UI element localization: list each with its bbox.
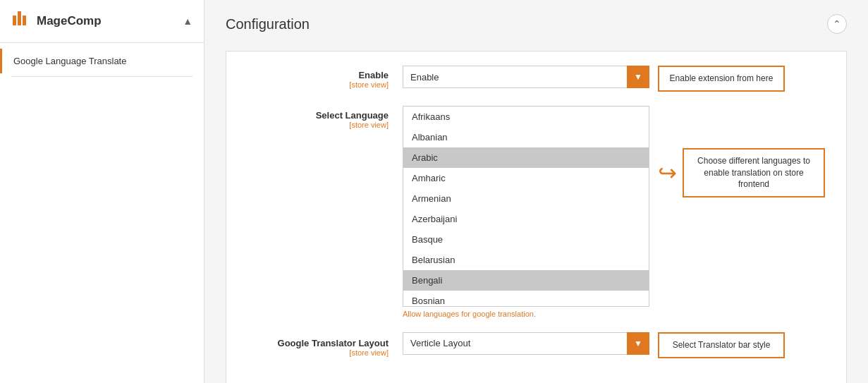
enable-label-col: Enable [store view]	[247, 66, 403, 89]
enable-label: Enable	[247, 70, 389, 80]
sidebar-item-label: Google Language Translate	[13, 56, 126, 66]
svg-rect-1	[18, 11, 21, 25]
lang-belarusian[interactable]: Belarusian	[403, 250, 649, 270]
lang-afrikaans[interactable]: Afrikaans	[403, 107, 649, 127]
lang-arabic[interactable]: Arabic	[403, 147, 649, 168]
translator-select-wrapper: Verticle Layout ▼	[403, 332, 649, 355]
chevron-up-icon: ⌃	[833, 18, 841, 30]
enable-select[interactable]: Enable	[403, 66, 649, 88]
translator-callout-box: Select Translator bar style	[658, 332, 785, 358]
sidebar-item-google-language-translate[interactable]: Google Language Translate	[0, 49, 204, 73]
translator-callout-container: Select Translator bar style	[658, 332, 785, 358]
enable-select-wrapper: Enable ▼	[403, 66, 649, 88]
logo-text: MageComp	[37, 14, 102, 28]
language-callout-box: Choose different languages to enable tra…	[683, 148, 825, 197]
lang-bosnian[interactable]: Bosnian	[403, 291, 649, 307]
translator-layout-row: Google Translator Layout [store view] Ve…	[247, 332, 825, 358]
page-header: Configuration ⌃	[226, 14, 847, 34]
language-label: Select Language	[247, 110, 389, 121]
enable-callout-container: Enable extension from here	[658, 66, 785, 92]
translator-layout-select[interactable]: Verticle Layout	[403, 332, 649, 355]
translator-control-col: Verticle Layout ▼ Select Translator bar …	[403, 332, 825, 358]
enable-callout-box: Enable extension from here	[658, 66, 785, 92]
page-collapse-button[interactable]: ⌃	[827, 14, 847, 34]
language-control-col: AfrikaansAlbanianArabicAmharicArmenianAz…	[403, 106, 825, 318]
translator-sublabel: [store view]	[247, 348, 389, 357]
language-list-col: AfrikaansAlbanianArabicAmharicArmenianAz…	[403, 106, 649, 318]
sidebar-divider	[11, 76, 192, 77]
logo-icon	[11, 10, 31, 32]
translator-callout-text: Select Translator bar style	[673, 340, 771, 350]
sidebar-nav: Google Language Translate	[0, 43, 204, 85]
enable-row: Enable [store view] Enable ▼ Enable exte…	[247, 66, 825, 92]
enable-callout-text: Enable extension from here	[670, 73, 774, 83]
main-content: Configuration ⌃ Enable [store view] Enab…	[204, 0, 868, 383]
sidebar-header: MageComp ▲	[0, 0, 204, 43]
translator-label-col: Google Translator Layout [store view]	[247, 334, 403, 357]
select-language-row: Select Language [store view] AfrikaansAl…	[247, 106, 825, 318]
enable-control-col: Enable ▼ Enable extension from here	[403, 66, 825, 92]
sidebar: MageComp ▲ Google Language Translate	[0, 0, 204, 383]
lang-bengali[interactable]: Bengali	[403, 270, 649, 291]
svg-rect-0	[13, 16, 16, 25]
lang-albanian[interactable]: Albanian	[403, 127, 649, 147]
config-section: Enable [store view] Enable ▼ Enable exte…	[226, 51, 847, 383]
sidebar-logo: MageComp	[11, 10, 102, 32]
curved-arrow-icon: ↩	[658, 159, 677, 186]
svg-rect-2	[23, 16, 26, 25]
language-label-col: Select Language [store view]	[247, 106, 403, 129]
language-hint: Allow languages for google translation.	[403, 310, 649, 318]
lang-amharic[interactable]: Amharic	[403, 168, 649, 188]
language-sublabel: [store view]	[247, 121, 389, 129]
sidebar-collapse-icon[interactable]: ▲	[183, 16, 192, 27]
lang-basque[interactable]: Basque	[403, 229, 649, 250]
enable-sublabel: [store view]	[247, 80, 389, 89]
lang-azerbaijani[interactable]: Azerbaijani	[403, 209, 649, 229]
language-listbox[interactable]: AfrikaansAlbanianArabicAmharicArmenianAz…	[403, 106, 649, 307]
language-callout-text: Choose different languages to enable tra…	[697, 156, 810, 190]
language-callout-container: ↩ Choose different languages to enable t…	[658, 148, 825, 197]
lang-armenian[interactable]: Armenian	[403, 188, 649, 209]
translator-label: Google Translator Layout	[247, 338, 389, 348]
page-title: Configuration	[226, 16, 310, 32]
